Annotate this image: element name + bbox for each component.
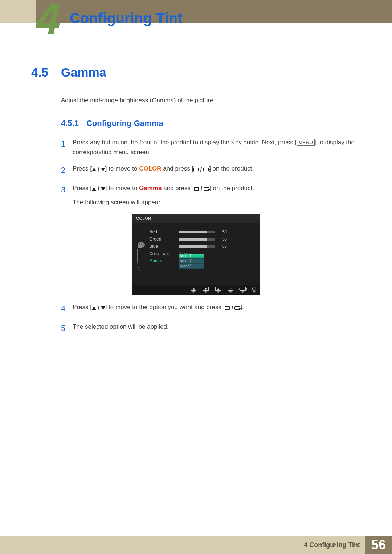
- source-icon: [193, 168, 199, 171]
- step-text: Press [: [73, 304, 92, 311]
- step-text: ] to move to: [105, 165, 139, 172]
- steps-list: 1 Press any button on the front of the p…: [61, 138, 357, 335]
- step-text: and press [: [162, 185, 194, 192]
- source-icon: [225, 306, 230, 310]
- subsection-title: Configuring Gamma: [86, 119, 163, 128]
- step-5: 5 The selected option will be applied.: [61, 322, 357, 335]
- osd-nav-back-icon: ◄: [191, 287, 196, 293]
- step-body: The selected option will be applied.: [73, 322, 357, 335]
- up-down-icon: /: [92, 303, 105, 313]
- osd-window: COLOR Red : 50: [132, 214, 260, 295]
- triangle-down-icon: [101, 187, 105, 191]
- osd-nav-power-icon: [252, 287, 256, 293]
- step-1: 1 Press any button on the front of the p…: [61, 138, 357, 157]
- triangle-down-icon: [101, 168, 105, 171]
- osd-colon: :: [175, 258, 179, 263]
- osd-body: Red : 50 Green : 50: [132, 223, 260, 285]
- step-text: ] to move to: [105, 185, 139, 192]
- osd-label: Red: [149, 229, 175, 234]
- step-text: Press any button on the front of the pro…: [73, 139, 297, 146]
- step-text: ] to move to the option you want and pre…: [105, 304, 225, 311]
- osd-row-green: Green : 50: [149, 235, 255, 243]
- osd-label-selected: Gamma: [149, 258, 175, 263]
- slider-fill: [179, 231, 207, 233]
- osd-nav-enter-icon: ↵: [228, 287, 233, 293]
- step-4: 4 Press [/] to move to the option you wa…: [61, 302, 357, 315]
- osd-value: 50: [179, 244, 255, 249]
- osd-colon: :: [175, 237, 179, 242]
- source-enter-icon: /: [194, 184, 209, 194]
- osd-nav-down-icon: ▼: [203, 287, 209, 293]
- sidebar-curve: [137, 249, 145, 275]
- step-text: and press [: [162, 165, 194, 172]
- step-number: 3: [61, 183, 73, 208]
- osd-label: Color Tone: [149, 251, 175, 256]
- osd-label: Blue: [149, 244, 175, 249]
- step-number: 1: [61, 138, 73, 157]
- slider-track: [179, 231, 215, 233]
- step-text: Press [: [73, 185, 92, 192]
- source-enter-icon: /: [193, 165, 209, 175]
- source-icon: [194, 187, 199, 191]
- page-footer: 4 Configuring Tint 56: [0, 536, 392, 554]
- subsection-heading: 4.5.1 Configuring Gamma: [61, 119, 357, 128]
- step-number: 2: [61, 164, 73, 176]
- triangle-up-icon: [92, 187, 96, 191]
- gamma-mode-list: Mode1 Mode2 Mode3: [179, 254, 204, 269]
- osd-number: 50: [217, 237, 227, 241]
- step-body: Press any button on the front of the pro…: [73, 138, 357, 157]
- menu-key-label: MENU: [297, 139, 315, 146]
- osd-value: Mode1 Mode2 Mode3: [179, 253, 255, 269]
- osd-sidebar: [137, 228, 146, 275]
- section-intro: Adjust the mid-range brightness (Gamma) …: [61, 97, 357, 104]
- osd-nav-auto: AUTO: [240, 287, 246, 293]
- footer-breadcrumb: 4 Configuring Tint: [36, 536, 365, 554]
- osd-footer: ◄ ▼ ▲ ↵ AUTO: [132, 285, 260, 295]
- step-2: 2 Press [/] to move to COLOR and press […: [61, 164, 357, 176]
- source-enter-icon: /: [225, 303, 240, 313]
- osd-colon: :: [175, 244, 179, 249]
- slider-track: [179, 238, 215, 241]
- section-title: Gamma: [61, 65, 106, 79]
- section-heading: 4.5 Gamma: [31, 65, 357, 79]
- step-text: The selected option will be applied.: [73, 323, 169, 330]
- slider-fill: [179, 245, 207, 248]
- step-body: Press [/] to move to Gamma and press [/]…: [73, 183, 357, 208]
- osd-number: 50: [217, 244, 227, 249]
- enter-icon: [203, 168, 209, 171]
- step-number: 4: [61, 302, 73, 315]
- step-3: 3 Press [/] to move to Gamma and press […: [61, 183, 357, 208]
- osd-value: 50: [179, 230, 255, 234]
- osd-title: COLOR: [132, 214, 260, 223]
- osd-nav-up-icon: ▲: [215, 287, 221, 293]
- header-band-outer: [0, 0, 392, 23]
- section-number: 4.5: [31, 65, 61, 79]
- triangle-down-icon: [101, 306, 105, 310]
- chapter-number: 4: [36, 0, 58, 44]
- content-area: 4.5 Gamma Adjust the mid-range brightnes…: [31, 65, 357, 341]
- palette-icon: [138, 242, 145, 248]
- osd-row-blue: Blue : 50: [149, 243, 255, 250]
- osd-value: 50: [179, 237, 255, 241]
- slider-fill: [179, 238, 207, 241]
- osd-rows: Red : 50 Green : 50: [149, 228, 255, 275]
- enter-icon: [234, 306, 240, 310]
- enter-icon: [204, 187, 209, 191]
- page-title: Configuring Tint: [70, 10, 182, 26]
- step-text: ] on the product.: [209, 165, 254, 172]
- step-subtext: The following screen will appear.: [73, 197, 357, 207]
- triangle-up-icon: [92, 168, 96, 171]
- osd-number: 50: [217, 230, 227, 234]
- slider-track: [179, 245, 215, 248]
- subsection-number: 4.5.1: [61, 119, 86, 128]
- step-body: Press [/] to move to the option you want…: [73, 302, 357, 315]
- gamma-mode-option: Mode3: [179, 264, 204, 269]
- osd-screenshot: COLOR Red : 50: [132, 214, 357, 295]
- osd-row-gamma: Gamma : Mode1 Mode2 Mode3: [149, 257, 255, 264]
- keyword-gamma: Gamma: [139, 185, 162, 192]
- triangle-up-icon: [92, 306, 96, 310]
- step-text: Press [: [73, 165, 92, 172]
- osd-colon: :: [175, 229, 179, 234]
- step-text: ] on the product.: [209, 185, 254, 192]
- gamma-mode-option: Mode2: [179, 259, 204, 264]
